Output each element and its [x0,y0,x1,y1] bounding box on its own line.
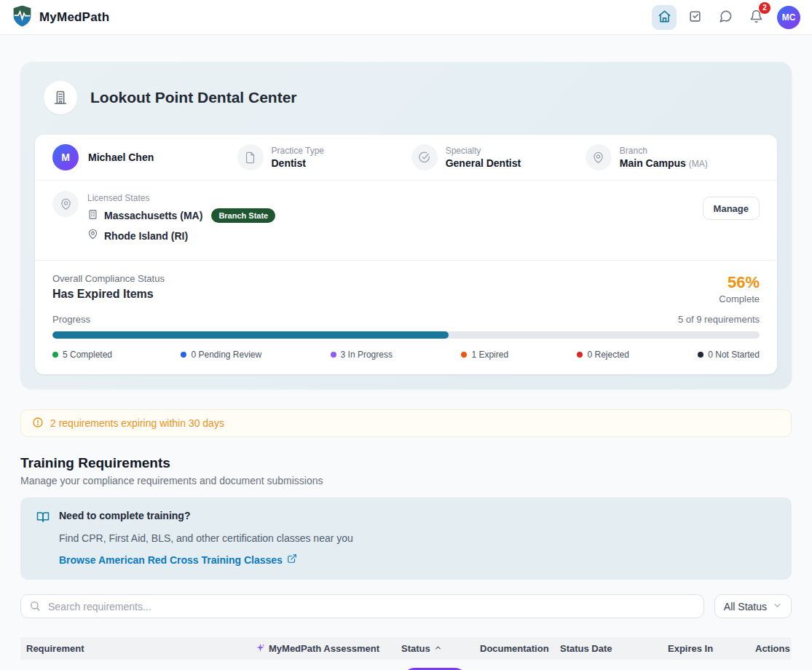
top-navbar: MyMedPath 2 MC [0,0,812,35]
facility-name: Lookout Point Dental Center [90,89,297,106]
map-pin-icon [52,191,79,217]
branch-state-suffix: (MA) [689,159,708,169]
expiring-alert-banner: 2 requirements expiring within 30 days [20,409,792,437]
training-description: Find CPR, First Aid, BLS, and other cert… [59,532,776,544]
field-label: Practice Type [272,146,324,156]
column-header-requirement[interactable]: Requirement [20,643,250,654]
check-square-icon [688,9,702,25]
progress-bar [52,331,760,339]
training-title: Need to complete training? [59,510,190,521]
specialty-field: Specialty General Dentist [411,144,586,170]
compliance-label: Overall Compliance Status [52,273,165,284]
progress-fill [52,331,449,339]
state-item: Massachusetts (MA) Branch State [87,208,275,223]
brand[interactable]: MyMedPath [12,4,109,31]
column-header-status[interactable]: Status [395,643,474,654]
search-requirements-input[interactable] [20,594,704,618]
legend-dot [52,352,58,358]
progress-label: Progress [52,314,90,325]
user-avatar[interactable]: MC [777,6,800,29]
branch-field: Branch Main Campus (MA) [586,144,760,170]
section-title: Training Requirements [20,455,792,471]
documentation-cell: No document [474,668,554,670]
legend-item: 1 Expired [461,350,508,360]
tasks-nav-button[interactable] [682,5,707,30]
notifications-nav-button[interactable]: 2 [744,5,768,30]
compliance-status: Has Expired Items [52,288,165,301]
provider-name: Michael Chen [88,151,154,163]
column-header-assessment[interactable]: MyMedPath Assessment [250,643,395,655]
sparkle-icon [256,643,265,655]
status-filter-dropdown[interactable]: All Status [714,594,792,618]
section-subtitle: Manage your compliance requirements and … [20,475,792,486]
field-value: General Dentist [446,157,521,169]
legend-dot [698,352,703,358]
legend-item: 0 Not Started [698,350,760,360]
licensed-states-label: Licensed States [87,193,275,203]
field-value: Main Campus (MA) [620,157,708,169]
provider: M Michael Chen [52,144,237,170]
state-item: Rhode Island (RI) [87,229,275,243]
messages-nav-button[interactable] [713,5,738,30]
requirements-table: Requirement MyMedPath Assessment Status … [20,637,792,670]
progress-detail: 5 of 9 requirements [678,314,760,325]
field-value: Dentist [272,157,324,169]
chat-bubble-icon [719,9,733,25]
compliance-percent-label: Complete [719,293,760,304]
status-legend: 5 Completed 0 Pending Review 3 In Progre… [52,350,760,360]
home-nav-button[interactable] [652,5,677,30]
map-pin-icon [586,144,612,170]
provider-avatar: M [52,144,79,170]
alert-circle-icon [32,417,44,430]
chevron-down-icon [773,601,782,612]
field-label: Specialty [446,146,521,156]
table-header-row: Requirement MyMedPath Assessment Status … [20,637,792,660]
compliance-percent: 56% [719,273,760,292]
state-name: Massachusetts (MA) [104,210,202,221]
branch-state-badge: Branch State [211,208,275,223]
sort-ascending-icon [434,643,442,654]
table-row[interactable]: Dentist - BLS Certification Current cert… [20,660,792,670]
state-name: Rhode Island (RI) [104,230,188,242]
column-header-status-date[interactable]: Status Date [554,643,662,654]
manage-button[interactable]: Manage [703,197,760,220]
legend-item: 0 Pending Review [181,350,261,360]
legend-dot [181,352,186,358]
brand-name: MyMedPath [39,10,109,25]
field-label: Branch [620,146,708,156]
legend-item: 3 In Progress [331,350,393,360]
legend-dot [461,352,467,358]
column-header-expires-in[interactable]: Expires In [662,643,749,654]
external-link-icon [287,553,297,566]
facility-overview-card: Lookout Point Dental Center M Michael Ch… [20,62,792,389]
legend-dot [577,352,583,358]
legend-item: 5 Completed [52,350,112,360]
column-header-documentation[interactable]: Documentation [474,643,554,654]
alert-text: 2 requirements expiring within 30 days [50,417,224,429]
open-book-icon [36,510,50,527]
mymedpath-logo-icon [12,4,33,31]
legend-dot [331,352,336,358]
column-header-actions: Actions [749,643,799,654]
training-info-banner: Need to complete training? Find CPR, Fir… [20,497,792,580]
red-cross-training-link[interactable]: Browse American Red Cross Training Class… [59,553,776,566]
legend-item: 0 Rejected [577,350,628,360]
building-icon [87,209,98,223]
facility-building-icon [44,81,77,114]
home-icon [658,9,671,25]
notification-badge: 2 [759,2,770,14]
map-pin-icon [87,229,98,243]
document-icon [237,144,264,170]
check-circle-icon [411,144,438,170]
practice-type-field: Practice Type Dentist [237,144,411,170]
